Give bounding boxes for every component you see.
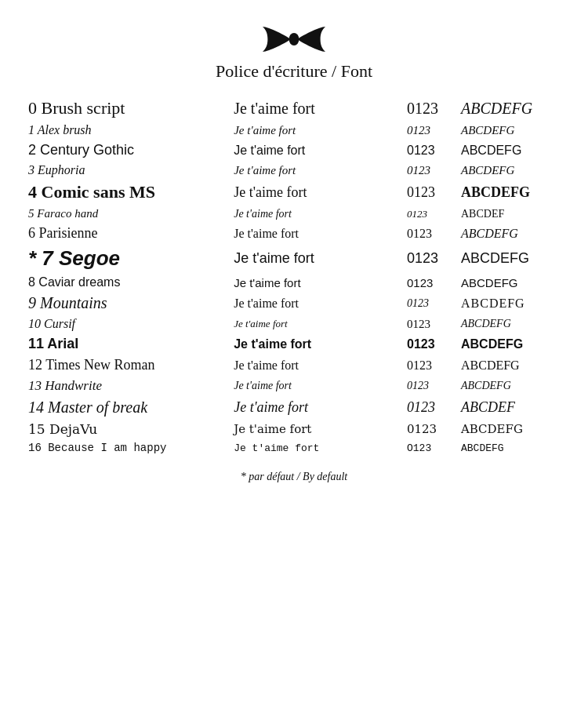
font-phrase: Je t'aime fort <box>229 419 402 439</box>
font-row: 6 ParisienneJe t'aime fort0123ABCDEFG <box>24 223 564 244</box>
font-row: 2 Century GothicJe t'aime fort0123ABCDEF… <box>24 140 564 161</box>
font-nums: O123 <box>402 439 456 457</box>
font-row: 5 Faraco handJe t'aime fort0123ABCDEF <box>24 205 564 223</box>
font-phrase: Je t'aime fort <box>229 315 402 333</box>
font-phrase: Je t'aime fort <box>229 292 402 315</box>
font-nums: 0123 <box>402 140 456 161</box>
font-name: 14 Master of break <box>24 396 229 419</box>
font-row: 9 MountainsJe t'aime fort0123ABCDEFG <box>24 292 564 315</box>
font-name: 3 Euphoria <box>24 161 229 180</box>
bowtie-icon <box>263 24 325 55</box>
font-nums: 0123 <box>402 96 456 121</box>
font-phrase: Je t'aime fort <box>229 439 402 457</box>
font-name: 5 Faraco hand <box>24 205 229 223</box>
font-row: 16 Because I am happyJe t'aime fortO123A… <box>24 439 564 457</box>
font-row: 10 CursifJe t'aime fort0123ABCDEFG <box>24 315 564 333</box>
font-nums: 0123 <box>402 419 456 439</box>
font-nums: 0123 <box>402 223 456 244</box>
font-abc: ABCDEFG <box>456 315 564 333</box>
font-name: 16 Because I am happy <box>24 439 229 457</box>
font-row: 4 Comic sans MSJe t'aime fort0123ABCDEFG <box>24 180 564 205</box>
font-row: * 7 SegoeJe t'aime fort0123ABCDEFG <box>24 244 564 273</box>
font-nums: 0123 <box>402 355 456 376</box>
font-name: 13 Handwrite <box>24 376 229 396</box>
font-phrase: Je t'aime fort <box>229 121 402 140</box>
font-row: 1 Alex brushJe t'aime fort0123ABCDEFG <box>24 121 564 140</box>
font-abc: ABCDEFG <box>456 376 564 396</box>
font-nums: 0123 <box>402 121 456 140</box>
font-name: 15 DejaVu <box>24 419 229 439</box>
font-abc: ABCDEFG <box>456 180 564 205</box>
font-name: 10 Cursif <box>24 315 229 333</box>
font-name: 4 Comic sans MS <box>24 180 229 205</box>
font-abc: ABCDEFG <box>456 292 564 315</box>
font-nums: 0123 <box>402 396 456 419</box>
font-phrase: Je t'aime fort <box>229 140 402 161</box>
font-name: 6 Parisienne <box>24 223 229 244</box>
font-nums: 0123 <box>402 205 456 223</box>
font-abc: ABCDEFG <box>456 355 564 376</box>
font-phrase: Je t'aime fort <box>229 376 402 396</box>
font-phrase: Je t'aime fort <box>229 161 402 180</box>
font-name: 2 Century Gothic <box>24 140 229 161</box>
font-nums: 0123 <box>402 376 456 396</box>
font-abc: ABCDEFG <box>456 96 564 121</box>
font-phrase: Je t'aime fort <box>229 205 402 223</box>
font-nums: 0123 <box>402 292 456 315</box>
font-abc: ABCDEF <box>456 205 564 223</box>
font-row: 0 Brush scriptJe t'aime fort0123ABCDEFG <box>24 96 564 121</box>
font-row: 13 HandwriteJe t'aime fort0123ABCDEFG <box>24 376 564 396</box>
font-abc: ABCDEFG <box>456 439 564 457</box>
font-abc: ABCDEFG <box>456 161 564 180</box>
font-phrase: Je t'aime fort <box>229 333 402 355</box>
font-abc: ABCDEFG <box>456 223 564 244</box>
font-abc: ABCDEF <box>456 396 564 419</box>
font-row: 15 DejaVuJe t'aime fort0123ABCDEFG <box>24 419 564 439</box>
font-row: 12 Times New RomanJe t'aime fort0123ABCD… <box>24 355 564 376</box>
svg-point-0 <box>289 33 299 45</box>
font-phrase: Je t'aime fort <box>229 273 402 292</box>
font-name: 1 Alex brush <box>24 121 229 140</box>
font-name: 11 Arial <box>24 333 229 355</box>
font-abc: ABCDEFG <box>456 244 564 273</box>
font-phrase: Je t'aime fort <box>229 396 402 419</box>
font-nums: 0123 <box>402 244 456 273</box>
font-abc: ABCDEFG <box>456 140 564 161</box>
font-nums: 0123 <box>402 333 456 355</box>
default-note: * par défaut / By default <box>241 471 347 483</box>
font-row: 11 ArialJe t'aime fort0123ABCDEFG <box>24 333 564 355</box>
font-name: 0 Brush script <box>24 96 229 121</box>
font-abc: ABCDEFG <box>456 419 564 439</box>
font-nums: 0123 <box>402 180 456 205</box>
font-row: 8 Caviar dreamsJe t'aime fort0123ABCDEFG <box>24 273 564 292</box>
font-phrase: Je t'aime fort <box>229 244 402 273</box>
font-phrase: Je t'aime fort <box>229 180 402 205</box>
font-row: 3 EuphoriaJe t'aime fort0123ABCDEFG <box>24 161 564 180</box>
page: Police d'écriture / Font 0 Brush scriptJ… <box>0 0 588 706</box>
font-abc: ABCDEFG <box>456 273 564 292</box>
font-nums: 0123 <box>402 161 456 180</box>
font-name: 9 Mountains <box>24 292 229 315</box>
font-phrase: Je t'aime fort <box>229 223 402 244</box>
font-abc: ABCDEFG <box>456 121 564 140</box>
font-abc: ABCDEFG <box>456 333 564 355</box>
font-phrase: Je t'aime fort <box>229 355 402 376</box>
font-phrase: Je t'aime fort <box>229 96 402 121</box>
font-name: * 7 Segoe <box>24 244 229 273</box>
font-name: 8 Caviar dreams <box>24 273 229 292</box>
font-table: 0 Brush scriptJe t'aime fort0123ABCDEFG1… <box>24 96 564 457</box>
font-name: 12 Times New Roman <box>24 355 229 376</box>
font-row: 14 Master of breakJe t'aime fort0123ABCD… <box>24 396 564 419</box>
font-nums: 0123 <box>402 273 456 292</box>
font-nums: 0123 <box>402 315 456 333</box>
page-title: Police d'écriture / Font <box>216 61 372 82</box>
